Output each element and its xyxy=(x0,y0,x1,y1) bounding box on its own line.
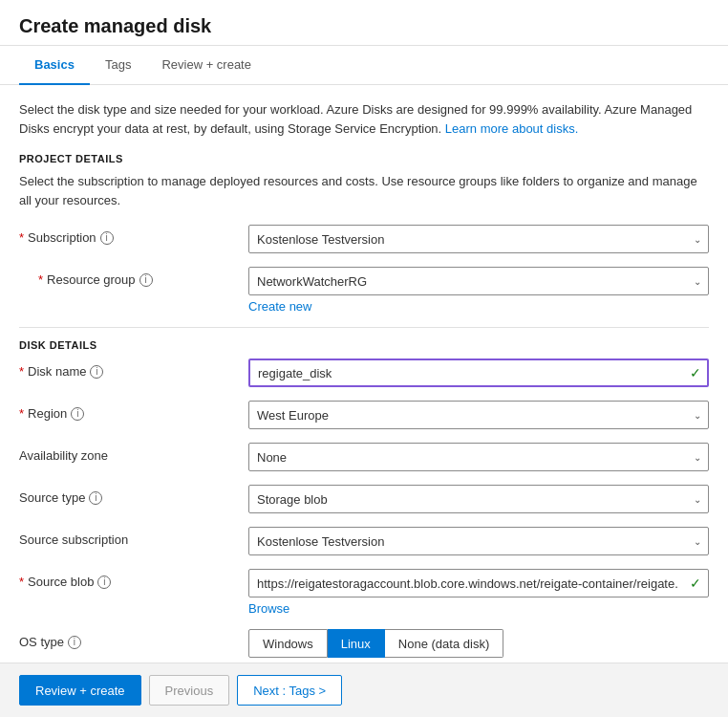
disk-name-input[interactable] xyxy=(248,358,709,387)
resource-group-row: Resource group i NetworkWatcherRG ⌄ Crea… xyxy=(19,267,709,314)
resource-group-control: NetworkWatcherRG ⌄ Create new xyxy=(248,267,709,314)
os-type-linux-button[interactable]: Linux xyxy=(328,629,385,658)
subscription-select[interactable]: Kostenlose Testversion xyxy=(248,225,709,253)
disk-name-input-wrapper: ✓ xyxy=(248,358,709,387)
disk-name-info-icon[interactable]: i xyxy=(90,365,103,379)
resource-group-select[interactable]: NetworkWatcherRG xyxy=(248,267,709,295)
source-type-info-icon[interactable]: i xyxy=(89,491,102,505)
subscription-info-icon[interactable]: i xyxy=(100,231,114,245)
resource-group-label: Resource group i xyxy=(19,267,248,287)
subscription-row: Subscription i Kostenlose Testversion ⌄ xyxy=(19,225,709,253)
source-subscription-select-wrapper: Kostenlose Testversion ⌄ xyxy=(248,527,709,555)
subscription-select-wrapper: Kostenlose Testversion ⌄ xyxy=(248,225,709,253)
project-details-title: PROJECT DETAILS xyxy=(19,153,709,164)
os-type-control: Windows Linux None (data disk) xyxy=(248,629,709,658)
resource-group-info-icon[interactable]: i xyxy=(139,273,153,287)
source-subscription-control: Kostenlose Testversion ⌄ xyxy=(248,527,709,555)
footer: Review + create Previous Next : Tags > xyxy=(0,663,728,717)
os-type-info-icon[interactable]: i xyxy=(68,636,81,649)
disk-name-row: Disk name i ✓ xyxy=(19,358,709,387)
source-blob-label: Source blob i xyxy=(19,569,248,589)
previous-button[interactable]: Previous xyxy=(149,675,230,706)
intro-description: Select the disk type and size needed for… xyxy=(19,100,709,138)
region-row: Region i West Europe ⌄ xyxy=(19,401,709,429)
tab-review-create[interactable]: Review + create xyxy=(146,46,267,85)
source-blob-control: ✓ Browse xyxy=(248,569,709,616)
os-type-row: OS type i Windows Linux None (data disk) xyxy=(19,629,709,658)
source-type-label: Source type i xyxy=(19,485,248,505)
disk-name-check-icon: ✓ xyxy=(690,365,701,380)
region-control: West Europe ⌄ xyxy=(248,401,709,429)
next-tags-button[interactable]: Next : Tags > xyxy=(237,675,342,706)
subscription-control: Kostenlose Testversion ⌄ xyxy=(248,225,709,253)
main-content: Select the disk type and size needed for… xyxy=(0,85,728,717)
availability-zone-control: None ⌄ xyxy=(248,443,709,471)
tab-basics[interactable]: Basics xyxy=(19,46,90,85)
source-type-select-wrapper: Storage blob ⌄ xyxy=(248,485,709,513)
review-create-button[interactable]: Review + create xyxy=(19,675,141,706)
source-type-control: Storage blob ⌄ xyxy=(248,485,709,513)
source-subscription-row: Source subscription Kostenlose Testversi… xyxy=(19,527,709,555)
source-blob-row: Source blob i ✓ Browse xyxy=(19,569,709,616)
region-info-icon[interactable]: i xyxy=(71,407,84,421)
browse-link[interactable]: Browse xyxy=(248,601,709,616)
availability-zone-select[interactable]: None xyxy=(248,443,709,471)
availability-zone-label: Availability zone xyxy=(19,443,248,463)
create-new-link[interactable]: Create new xyxy=(248,299,709,314)
region-select[interactable]: West Europe xyxy=(248,401,709,429)
os-type-windows-button[interactable]: Windows xyxy=(248,629,328,658)
tab-tags[interactable]: Tags xyxy=(90,46,146,85)
disk-details-title: DISK DETAILS xyxy=(19,339,709,351)
subscription-label: Subscription i xyxy=(19,225,248,245)
os-type-label: OS type i xyxy=(19,629,248,649)
os-type-button-group: Windows Linux None (data disk) xyxy=(248,629,709,658)
os-type-none-button[interactable]: None (data disk) xyxy=(385,629,503,658)
disk-name-control: ✓ xyxy=(248,358,709,387)
source-type-select[interactable]: Storage blob xyxy=(248,485,709,513)
region-select-wrapper: West Europe ⌄ xyxy=(248,401,709,429)
disk-name-label: Disk name i xyxy=(19,358,248,379)
availability-zone-select-wrapper: None ⌄ xyxy=(248,443,709,471)
tabs-container: Basics Tags Review + create xyxy=(0,46,728,85)
availability-zone-row: Availability zone None ⌄ xyxy=(19,443,709,471)
source-type-row: Source type i Storage blob ⌄ xyxy=(19,485,709,513)
section-divider xyxy=(19,327,709,328)
source-subscription-select[interactable]: Kostenlose Testversion xyxy=(248,527,709,555)
page-title: Create managed disk xyxy=(19,15,709,37)
source-blob-input-wrapper: ✓ xyxy=(248,569,709,598)
source-blob-check-icon: ✓ xyxy=(690,576,701,591)
region-label: Region i xyxy=(19,401,248,421)
source-blob-info-icon[interactable]: i xyxy=(97,576,111,589)
source-subscription-label: Source subscription xyxy=(19,527,248,547)
resource-group-select-wrapper: NetworkWatcherRG ⌄ xyxy=(248,267,709,295)
learn-more-link[interactable]: Learn more about disks. xyxy=(445,121,578,136)
page-header: Create managed disk xyxy=(0,0,728,46)
source-blob-input[interactable] xyxy=(248,569,709,598)
project-details-description: Select the subscription to manage deploy… xyxy=(19,172,709,209)
